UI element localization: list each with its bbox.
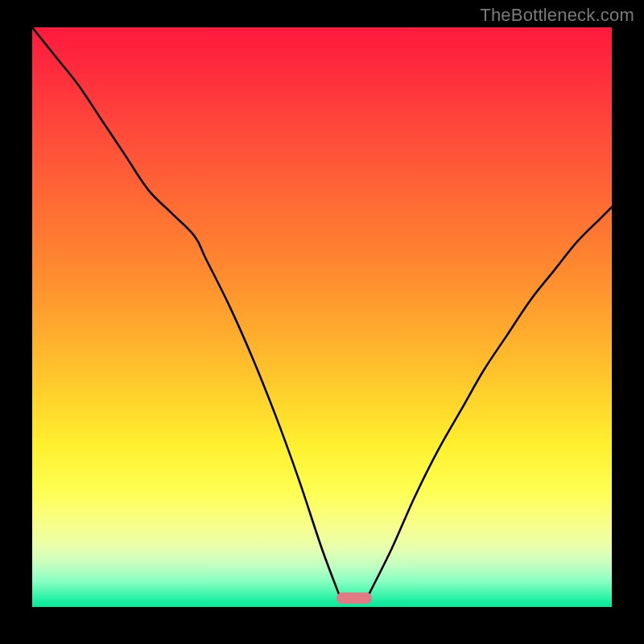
bottleneck-curve [32,27,612,607]
optimal-marker [336,592,372,604]
curve-left-branch [32,27,340,596]
plot-area [32,27,612,607]
curve-right-branch [369,207,612,595]
watermark-text: TheBottleneck.com [480,5,634,26]
